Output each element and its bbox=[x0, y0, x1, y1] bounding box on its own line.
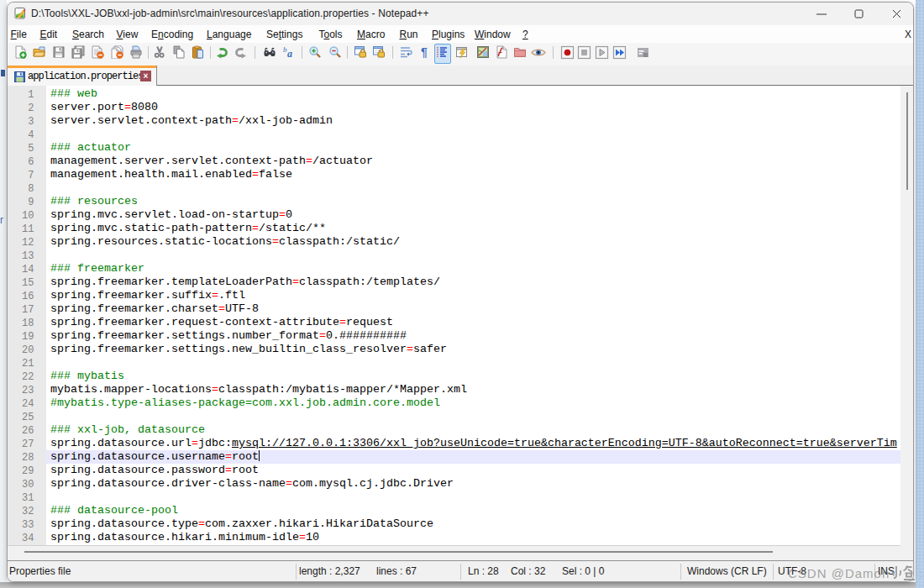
svg-text:a: a bbox=[287, 48, 292, 59]
svg-text:¶: ¶ bbox=[421, 45, 428, 59]
